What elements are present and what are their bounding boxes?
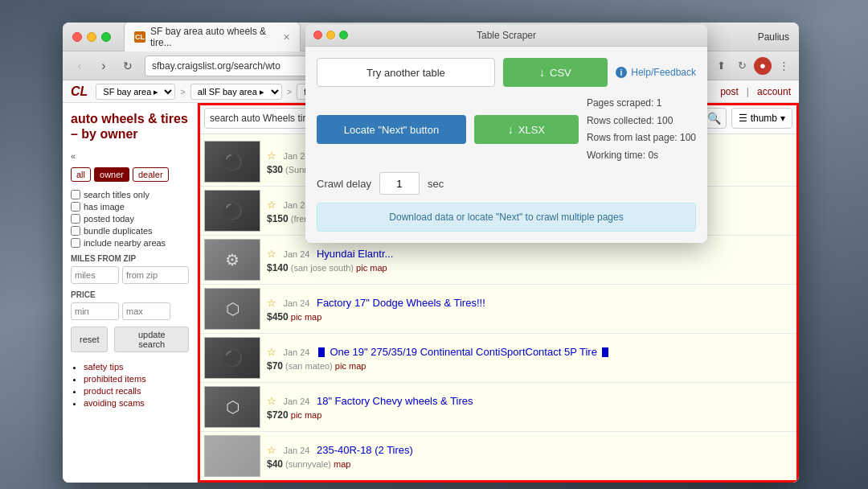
- miles-from-zip-row: [71, 266, 189, 284]
- listing-star[interactable]: ☆: [267, 346, 276, 358]
- listing-price: $150: [267, 213, 289, 224]
- filter-tab-dealer[interactable]: dealer: [133, 167, 169, 182]
- listing-date: Jan 24: [283, 249, 309, 259]
- sidebar-collapse-toggle[interactable]: «: [71, 151, 76, 161]
- update-search-button[interactable]: update search: [114, 327, 189, 352]
- sec-label: sec: [428, 178, 444, 190]
- listing-title-link[interactable]: One 19" 275/35/19 Continental ContiSport…: [330, 346, 596, 358]
- listing-star[interactable]: ☆: [267, 395, 276, 407]
- back-button[interactable]: ‹: [69, 55, 90, 76]
- account-link[interactable]: account: [757, 86, 791, 97]
- help-icon: i: [616, 67, 627, 78]
- listing-links: map: [334, 459, 350, 469]
- listing-thumbnail: ⬡: [204, 288, 260, 330]
- prohibited-items-link[interactable]: prohibited items: [84, 374, 146, 384]
- scraper-close-button[interactable]: [313, 31, 322, 39]
- post-link[interactable]: post: [720, 86, 739, 97]
- listing-star[interactable]: ☆: [267, 248, 276, 260]
- filter-nearby-areas[interactable]: include nearby areas: [71, 238, 189, 248]
- listing-info: ☆ Jan 24 Factory 17" Dodge Wheels & Tire…: [267, 295, 792, 323]
- has-image-checkbox[interactable]: [71, 202, 80, 212]
- pic-link[interactable]: pic: [291, 312, 302, 322]
- tab-title: SF bay area auto wheels & tire...: [150, 26, 275, 48]
- search-titles-checkbox[interactable]: [71, 190, 80, 199]
- browser-tab[interactable]: CL SF bay area auto wheels & tire... ✕: [124, 23, 301, 51]
- filter-has-image[interactable]: has image: [71, 202, 189, 212]
- share-icon[interactable]: ⬆: [712, 57, 730, 75]
- user-icon[interactable]: ●: [754, 57, 772, 75]
- listing-meta: $450 pic map: [267, 311, 792, 323]
- table-row: ☆ Jan 24 235-40R-18 (2 Tires) $40 (sunny…: [198, 432, 799, 481]
- listing-thumbnail: ⬡: [204, 386, 260, 428]
- listing-links: pic map: [291, 312, 322, 322]
- listing-location: (sunnyvale): [285, 459, 331, 469]
- bundle-duplicates-checkbox[interactable]: [71, 226, 80, 236]
- listing-price: $40: [267, 458, 283, 470]
- listing-title-link[interactable]: Hyundai Elantr...: [317, 248, 393, 260]
- crawl-delay-label: Crawl delay: [317, 178, 371, 190]
- nearby-areas-checkbox[interactable]: [71, 238, 80, 248]
- sidebar: auto wheels & tires– by owner « all owne…: [63, 103, 198, 483]
- reset-button[interactable]: reset: [71, 327, 108, 352]
- sidebar-links: safety tips prohibited items product rec…: [71, 362, 189, 408]
- close-button[interactable]: [72, 32, 82, 42]
- listing-title-link[interactable]: 235-40R-18 (2 Tires): [317, 444, 413, 456]
- listing-price: $70: [267, 360, 283, 372]
- listing-links: pic map: [291, 410, 322, 420]
- download-csv-button[interactable]: ↓ CSV: [503, 58, 608, 87]
- miles-label: MILES FROM ZIP: [71, 254, 189, 263]
- forward-button[interactable]: ›: [93, 55, 114, 76]
- listing-thumbnail: [204, 435, 260, 477]
- avoiding-scams-link[interactable]: avoiding scams: [84, 398, 145, 408]
- filter-bundle-duplicates[interactable]: bundle duplicates: [71, 226, 189, 236]
- scraper-info-box: Download data or locate "Next" to crawl …: [317, 203, 696, 232]
- scraper-maximize-button[interactable]: [339, 31, 348, 39]
- listing-star[interactable]: ☆: [267, 297, 276, 309]
- search-button[interactable]: 🔍: [707, 112, 721, 125]
- area-select[interactable]: SF bay area ▸: [96, 84, 175, 100]
- download-csv-label: CSV: [550, 67, 571, 79]
- filter-search-titles[interactable]: search titles only: [71, 190, 189, 199]
- maximize-button[interactable]: [101, 32, 111, 42]
- refresh-button[interactable]: ↻: [117, 55, 138, 76]
- pic-link[interactable]: pic: [356, 263, 367, 273]
- map-link[interactable]: map: [349, 361, 366, 371]
- filter-checkboxes: search titles only has image posted toda…: [71, 190, 189, 248]
- download-xlsx-button[interactable]: ↓ XLSX: [474, 115, 579, 144]
- listing-title-link[interactable]: 18" Factory Chevy wheels & Tires: [317, 395, 473, 407]
- listing-star[interactable]: ☆: [267, 199, 276, 211]
- listing-price: $140: [267, 262, 289, 273]
- subarea-select[interactable]: all SF bay area ▸: [190, 84, 282, 100]
- price-min-input[interactable]: [71, 302, 119, 320]
- pic-link[interactable]: pic: [335, 361, 346, 371]
- map-link[interactable]: map: [305, 312, 321, 322]
- map-link[interactable]: map: [305, 410, 321, 420]
- listing-star[interactable]: ☆: [267, 444, 276, 456]
- miles-input[interactable]: [71, 266, 119, 284]
- try-another-table-button[interactable]: Try another table: [317, 58, 495, 87]
- price-max-input[interactable]: [122, 302, 170, 320]
- map-link[interactable]: map: [370, 263, 387, 273]
- listing-date: Jan 24: [283, 446, 309, 455]
- help-feedback-link[interactable]: i Help/Feedback: [616, 67, 696, 79]
- scraper-body: Try another table ↓ CSV i Help/Feedback …: [305, 47, 707, 243]
- listing-title-link[interactable]: Factory 17" Dodge Wheels & Tires!!!: [317, 297, 485, 309]
- more-icon[interactable]: ⋮: [775, 57, 792, 75]
- zip-input[interactable]: [122, 266, 189, 284]
- posted-today-checkbox[interactable]: [71, 214, 80, 224]
- crawl-delay-input[interactable]: [379, 172, 420, 195]
- product-recalls-link[interactable]: product recalls: [84, 386, 141, 396]
- locate-next-button[interactable]: Locate "Next" button: [317, 115, 466, 144]
- listing-star[interactable]: ☆: [267, 150, 276, 162]
- view-select[interactable]: ☰ thumb ▾: [731, 108, 792, 129]
- filter-tab-owner[interactable]: owner: [94, 167, 129, 182]
- scraper-minimize-button[interactable]: [326, 31, 335, 39]
- safety-tips-link[interactable]: safety tips: [84, 362, 124, 372]
- filter-tab-all[interactable]: all: [71, 167, 91, 182]
- map-link[interactable]: map: [334, 459, 350, 469]
- pic-link[interactable]: pic: [291, 410, 302, 420]
- minimize-button[interactable]: [87, 32, 96, 42]
- tab-close-button[interactable]: ✕: [283, 32, 290, 43]
- filter-posted-today[interactable]: posted today: [71, 214, 189, 224]
- refresh2-icon[interactable]: ↻: [733, 57, 751, 75]
